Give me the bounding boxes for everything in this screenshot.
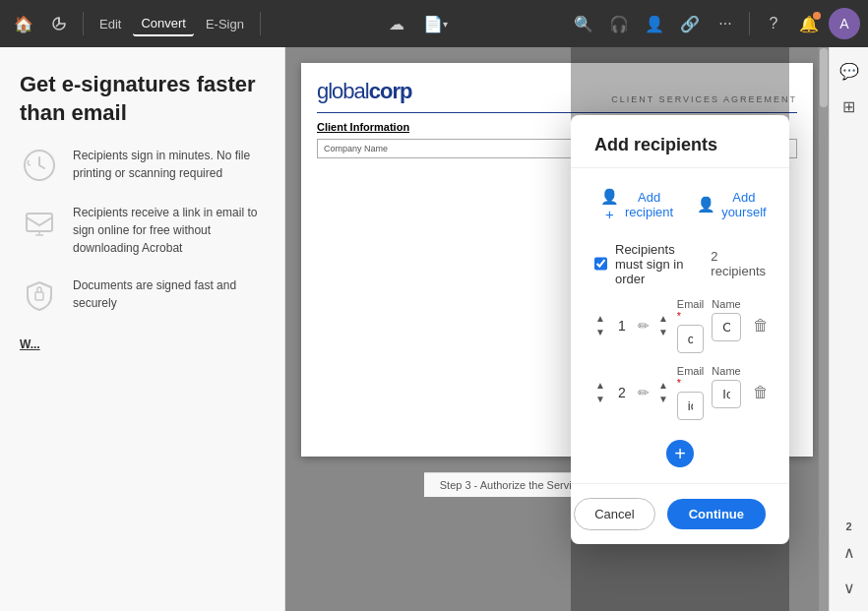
required-star-2: * [677,377,681,389]
history-button[interactable] [43,8,75,39]
recipient-1-up[interactable]: ▲ [594,312,606,326]
toolbar-left: 🏠 Edit Convert E-Sign [8,8,265,39]
search-button[interactable]: 🔍 [568,8,599,39]
dialog-actions-row: 👤+ Add recipient 👤 Add yourself [594,184,766,226]
required-star-1: * [677,310,681,322]
add-more-button[interactable]: + [666,440,694,467]
promo-item-3-text: Documents are signed fast and securely [73,276,266,312]
cancel-button[interactable]: Cancel [574,498,654,530]
promo-panel: Get e-signatures faster than email Recip… [0,47,285,611]
home-button[interactable]: 🏠 [8,8,39,39]
recipient-1-up-2[interactable]: ▲ [657,312,669,326]
page-count: 2 [845,520,851,532]
recipient-1-email-label: Email * [677,298,705,322]
left-panel: ‹ Request e-signatures ✕ ADD FORM FIELDS… [0,47,285,611]
promo-title: Get e-signatures faster than email [20,71,266,127]
dialog-actions-right: 👤+ Add recipient 👤 Add yourself [594,184,773,226]
recipient-1-name-label: Name [712,298,740,310]
main-area: ‹ Request e-signatures ✕ ADD FORM FIELDS… [0,47,868,611]
recipient-2-up-2[interactable]: ▲ [657,379,669,393]
cloud-button[interactable]: ☁ [381,8,412,39]
recipient-2-name-label: Name [712,365,740,377]
sign-order-checkbox[interactable] [594,257,607,271]
recipient-1-email-input[interactable] [677,325,705,353]
scroll-down-button[interactable]: ∨ [834,572,865,603]
recipient-2-name-input[interactable] [712,380,740,408]
recipient-1-name-wrap: Name [712,298,740,353]
toolbar: 🏠 Edit Convert E-Sign ☁ 📄 ▾ 🔍 🎧 👤 🔗 ··· … [0,0,868,47]
right-sidebar: 💬 ⊞ 2 ∧ ∨ [829,47,868,611]
promo-item-2-text: Recipients receive a link in email to si… [73,204,266,257]
recipient-2-down-2[interactable]: ▼ [657,393,669,406]
recipient-1-email-wrap: Email * [677,298,705,353]
add-recipient-button[interactable]: 👤+ Add recipient [594,184,679,226]
recipient-1-down-2[interactable]: ▼ [657,326,669,339]
add-person-icon: 👤+ [600,188,619,222]
help-button[interactable]: ? [758,8,789,39]
recipient-2-up[interactable]: ▲ [594,379,606,393]
recipient-2-arrows-2[interactable]: ▲ ▼ [657,379,669,406]
sign-order-row: Recipients must sign in order 2 recipien… [594,242,766,286]
recipient-2-email-label: Email * [677,365,705,389]
recipient-2-arrows[interactable]: ▲ ▼ [594,379,606,406]
recipient-2-num: 2 [614,385,630,400]
divider-1 [83,12,84,35]
scrollbar-thumb[interactable] [820,48,828,107]
recipient-1-down[interactable]: ▼ [594,326,606,339]
recipient-2-fields: Email * Name [677,365,741,420]
promo-item-1-text: Recipients sign in minutes. No file prin… [73,147,266,182]
comment-button[interactable]: 💬 [834,55,865,87]
sign-order-label-wrap: Recipients must sign in order [594,242,703,286]
modal-overlay: Add recipients 👤+ Add recipient 👤 Add yo… [571,47,789,611]
continue-button[interactable]: Continue [667,499,766,529]
recipients-count: 2 recipients [711,249,766,278]
recipient-2-email-wrap: Email * [677,365,705,420]
notifications-button[interactable]: 🔔 [793,8,825,39]
recipient-controls-1: ▲ ▼ 1 ✏ ▲ ▼ [594,298,766,353]
divider-2 [260,12,261,35]
divider-3 [749,12,750,35]
recipient-2-delete-button[interactable]: 🗑 [749,380,773,405]
promo-item-1: Recipients sign in minutes. No file prin… [20,147,266,184]
avatar-button[interactable]: A [829,8,860,39]
link-button[interactable]: 🔗 [674,8,706,39]
recipient-1-arrows-2[interactable]: ▲ ▼ [657,312,669,339]
audio-button[interactable]: 🎧 [603,8,635,39]
toolbar-center: ☁ 📄 ▾ [265,8,568,39]
account-button[interactable]: 👤 [639,8,670,39]
learn-more-link[interactable]: W... [20,334,266,355]
scroll-up-button[interactable]: ∧ [834,536,865,568]
recipient-2-email-input[interactable] [677,392,705,420]
dialog-footer: Cancel Continue [571,483,789,544]
grid-button[interactable]: ⊞ [834,91,865,122]
notification-badge [813,12,821,20]
recipient-2-down[interactable]: ▼ [594,393,606,406]
recipient-1-num: 1 [614,318,630,334]
convert-menu-button[interactable]: Convert [133,12,194,36]
envelope-icon [20,204,59,241]
recipient-1-arrows[interactable]: ▲ ▼ [594,312,606,339]
file-button[interactable]: 📄 ▾ [420,8,452,39]
more-button[interactable]: ··· [710,8,741,39]
dialog-title: Add recipients [571,115,789,168]
add-self-icon: 👤 [697,196,715,214]
edit-menu-button[interactable]: Edit [92,13,129,35]
esign-menu-button[interactable]: E-Sign [198,13,252,35]
clock-icon [20,147,59,184]
recipient-1-delete-button[interactable]: 🗑 [749,313,773,338]
sign-order-label: Recipients must sign in order [615,242,703,286]
promo-item-3: Documents are signed fast and securely [20,276,266,314]
logo-text: globalcorp [317,79,411,103]
promo-item-2: Recipients receive a link in email to si… [20,204,266,257]
recipient-1-pen-icon[interactable]: ✏ [638,318,650,334]
recipient-1-fields: Email * Name [677,298,741,353]
recipient-2-pen-icon[interactable]: ✏ [638,385,650,400]
svg-rect-1 [27,214,52,231]
add-yourself-button[interactable]: 👤 Add yourself [691,186,773,223]
pdf-area: globalcorp CLIENT SERVICES AGREEMENT Cli… [285,47,829,611]
add-recipients-dialog: Add recipients 👤+ Add recipient 👤 Add yo… [571,115,789,544]
dialog-body: 👤+ Add recipient 👤 Add yourself [571,168,789,483]
pdf-scrollbar[interactable] [819,47,829,611]
shield-icon [20,276,59,314]
recipient-1-name-input[interactable] [712,313,740,341]
